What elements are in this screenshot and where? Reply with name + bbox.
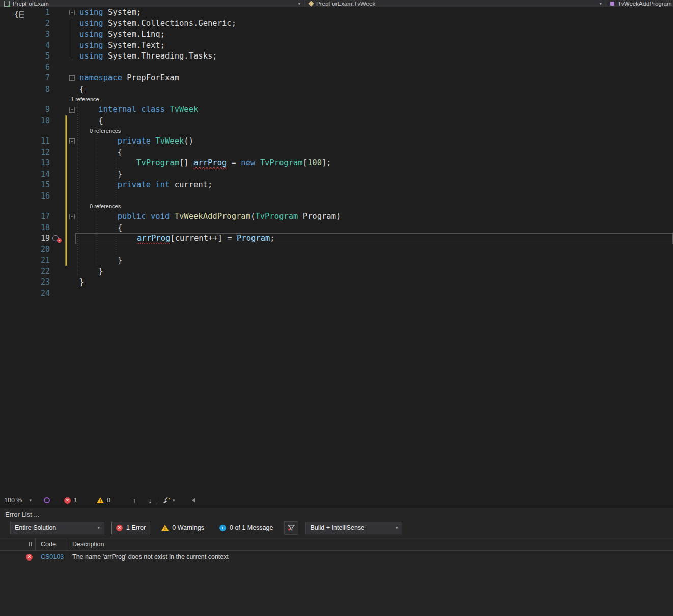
fold-toggle-icon[interactable]: - <box>69 75 75 81</box>
scrollbar-left-arrow[interactable] <box>192 498 195 503</box>
errors-filter-button[interactable]: ✕ 1 Error <box>111 522 150 534</box>
code-line-13[interactable]: 13 TvProgram[] arrProg = new TvProgram[1… <box>0 158 673 169</box>
zoom-select[interactable]: 100 % ▾ <box>4 497 32 504</box>
code-line-5[interactable]: 5using System.Threading.Tasks; <box>0 51 673 62</box>
code-text[interactable]: using System.Text; <box>75 40 673 51</box>
code-line-16[interactable]: 16 <box>0 191 673 202</box>
code-line-1[interactable]: 1-using System; <box>0 7 673 18</box>
code-text[interactable]: } <box>75 266 673 277</box>
line-number[interactable]: 9 <box>0 104 51 116</box>
code-text[interactable]: TvProgram[] arrProg = new TvProgram[100]… <box>75 158 673 169</box>
severity-column-header[interactable] <box>0 538 36 550</box>
member-dropdown[interactable]: TvWeekAddProgram ▾ <box>606 0 673 7</box>
line-number[interactable]: 11 <box>0 136 51 147</box>
line-number[interactable]: 1 <box>0 7 51 18</box>
line-number[interactable]: 16 <box>0 191 51 202</box>
code-text[interactable]: using System; <box>75 7 673 18</box>
line-number[interactable]: 6 <box>0 62 51 73</box>
error-code-link[interactable]: CS0103 <box>36 551 67 563</box>
warning-count-indicator[interactable]: ! 0 <box>97 497 110 504</box>
chevron-down-icon[interactable]: ▾ <box>173 498 175 503</box>
line-number[interactable]: 4 <box>0 40 51 51</box>
error-count-indicator[interactable]: ✕ 1 <box>64 497 77 504</box>
code-line-11[interactable]: 11- private TvWeek() <box>0 136 673 147</box>
line-number[interactable]: 7 <box>0 73 51 84</box>
error-indicator-icon[interactable]: × <box>52 235 62 242</box>
code-text[interactable] <box>75 62 673 73</box>
code-line-24[interactable]: 24 <box>0 288 673 299</box>
code-line-12[interactable]: 12 { <box>0 147 673 158</box>
code-editor[interactable]: { 1-using System;2using System.Collectio… <box>0 7 673 493</box>
code-text[interactable]: { <box>75 84 673 95</box>
line-number[interactable]: 23 <box>0 277 51 288</box>
filter-button[interactable] <box>284 521 298 535</box>
fold-toggle-icon[interactable]: - <box>69 10 75 15</box>
description-column-header[interactable]: Description <box>67 538 673 550</box>
code-text[interactable]: using System.Threading.Tasks; <box>75 51 673 62</box>
project-dropdown[interactable]: PrepForExam ▾ <box>0 0 304 7</box>
code-text[interactable] <box>75 288 673 299</box>
messages-filter-button[interactable]: i 0 of 1 Message <box>215 522 277 534</box>
line-number[interactable]: 5 <box>0 51 51 62</box>
warnings-filter-button[interactable]: ! 0 Warnings <box>157 522 208 534</box>
code-line-7[interactable]: 7-namespace PrepForExam <box>0 73 673 84</box>
line-number[interactable]: 17 <box>0 211 51 222</box>
code-text[interactable]: private TvWeek() <box>75 136 673 147</box>
line-number[interactable]: 2 <box>0 18 51 30</box>
code-text[interactable] <box>75 244 673 256</box>
code-text[interactable]: using System.Collections.Generic; <box>75 18 673 30</box>
type-dropdown[interactable]: PrepForExam.TvWeek ▾ <box>304 0 606 7</box>
codelens-label[interactable]: 1 reference <box>71 96 99 102</box>
code-text[interactable]: private int current; <box>75 180 673 191</box>
code-line-14[interactable]: 14 } <box>0 169 673 180</box>
line-number[interactable]: 8 <box>0 84 51 95</box>
code-line-2[interactable]: 2using System.Collections.Generic; <box>0 18 673 30</box>
line-number[interactable]: 13 <box>0 158 51 169</box>
code-line-8[interactable]: 8{ <box>0 84 673 95</box>
code-cleanup-icon[interactable] <box>162 497 171 504</box>
line-number[interactable]: 19 <box>0 233 51 244</box>
code-line-3[interactable]: 3using System.Linq; <box>0 29 673 40</box>
codelens-label[interactable]: 0 references <box>90 128 121 134</box>
code-line-18[interactable]: 18 { <box>0 222 673 234</box>
code-text[interactable]: arrProg[current++] = Program; <box>75 233 673 244</box>
code-text[interactable]: internal class TvWeek <box>75 104 673 116</box>
source-dropdown[interactable]: Build + IntelliSense ▾ <box>305 522 402 534</box>
code-column-header[interactable]: Code <box>36 538 67 550</box>
code-line-21[interactable]: 21 } <box>0 255 673 266</box>
code-line-22[interactable]: 22 } <box>0 266 673 277</box>
fold-toggle-icon[interactable]: - <box>69 138 75 144</box>
code-text[interactable]: public void TvWeekAddProgram(TvProgram P… <box>75 211 673 222</box>
error-row[interactable]: ✕ CS0103 The name 'arrProg' does not exi… <box>0 551 673 563</box>
line-number[interactable]: 12 <box>0 147 51 158</box>
line-number[interactable]: 21 <box>0 255 51 266</box>
line-number[interactable]: 15 <box>0 180 51 191</box>
code-text[interactable]: { <box>75 147 673 158</box>
code-line-19[interactable]: 19 arrProg[current++] = Program;× <box>0 233 673 244</box>
fold-toggle-icon[interactable]: - <box>69 214 75 219</box>
code-line-10[interactable]: 10 { <box>0 116 673 127</box>
code-line-6[interactable]: 6 <box>0 62 673 73</box>
fold-toggle-icon[interactable]: - <box>69 107 75 113</box>
line-number[interactable]: 3 <box>0 29 51 40</box>
line-number[interactable]: 20 <box>0 244 51 256</box>
code-text[interactable]: } <box>75 169 673 180</box>
scope-dropdown[interactable]: Entire Solution ▾ <box>10 522 104 534</box>
code-line-17[interactable]: 17- public void TvWeekAddProgram(TvProgr… <box>0 211 673 222</box>
code-line-20[interactable]: 20 <box>0 244 673 256</box>
line-number[interactable]: 18 <box>0 222 51 234</box>
code-line-9[interactable]: 9- internal class TvWeek <box>0 104 673 116</box>
code-text[interactable]: using System.Linq; <box>75 29 673 40</box>
line-number[interactable]: 10 <box>0 116 51 127</box>
code-text[interactable]: } <box>75 255 673 266</box>
previous-issue-icon[interactable]: ↑ <box>133 497 136 505</box>
next-issue-icon[interactable]: ↓ <box>148 497 152 505</box>
code-line-15[interactable]: 15 private int current; <box>0 180 673 191</box>
code-line-23[interactable]: 23} <box>0 277 673 288</box>
intellicode-icon[interactable] <box>44 497 50 503</box>
code-text[interactable]: } <box>75 277 673 288</box>
code-line-4[interactable]: 4using System.Text; <box>0 40 673 51</box>
code-text[interactable]: namespace PrepForExam <box>75 73 673 84</box>
code-text[interactable]: { <box>75 116 673 127</box>
code-text[interactable] <box>75 191 673 202</box>
